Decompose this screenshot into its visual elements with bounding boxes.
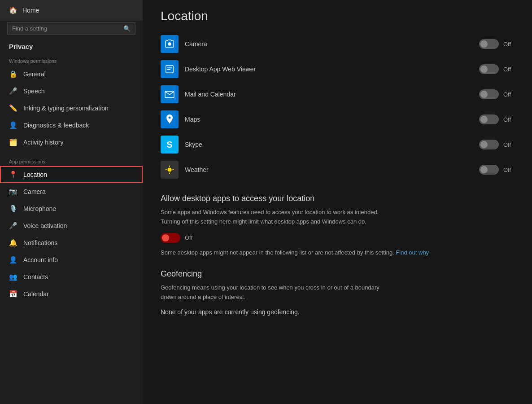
app-name-mail: Mail and Calendar: [185, 91, 473, 98]
page-title: Location: [161, 9, 514, 23]
toggle-container-weather: Off: [479, 165, 514, 175]
toggle-label-camera: Off: [503, 41, 514, 48]
toggle-container-camera: Off: [479, 39, 514, 49]
sidebar-item-diagnostics[interactable]: 👤 Diagnostics & feedback: [0, 117, 143, 134]
app-item-skype: S Skype Off: [161, 133, 514, 156]
calendar-icon: 📅: [9, 290, 17, 298]
notifications-icon: 🔔: [9, 239, 17, 247]
allow-desktop-toggle[interactable]: [161, 233, 180, 243]
app-item-weather: Weather Off: [161, 158, 514, 181]
voice-icon: 🎤: [9, 222, 17, 230]
allow-desktop-title: Allow desktop apps to access your locati…: [161, 194, 514, 203]
allow-desktop-toggle-label: Off: [185, 234, 196, 241]
app-icon-camera: [161, 35, 179, 53]
toggle-maps[interactable]: [479, 114, 499, 124]
lock-icon: 🔒: [9, 70, 17, 78]
activity-icon: 🗂️: [9, 138, 17, 146]
sidebar-item-inking[interactable]: ✏️ Inking & typing personalization: [0, 100, 143, 117]
toggle-label-weather: Off: [503, 167, 514, 173]
toggle-label-skype: Off: [503, 141, 514, 148]
app-icon-weather: [161, 161, 179, 179]
app-list: Camera Off Desktop App Web Viewer Off Ma…: [161, 32, 514, 181]
find-out-why-link[interactable]: Find out why: [396, 249, 429, 256]
home-label: Home: [22, 7, 39, 14]
app-icon-maps: [161, 110, 179, 128]
toggle-mail[interactable]: [479, 89, 499, 99]
sidebar-item-label: Notifications: [23, 239, 57, 246]
svg-point-0: [168, 42, 171, 45]
app-name-maps: Maps: [185, 116, 473, 123]
desktop-note-text: Some desktop apps might not appear in th…: [161, 249, 394, 256]
toggle-skype[interactable]: [479, 140, 499, 149]
app-item-desktop-web: Desktop App Web Viewer Off: [161, 57, 514, 81]
toggle-label-desktop-web: Off: [503, 66, 514, 73]
toggle-container-mail: Off: [479, 89, 514, 99]
home-icon: 🏠: [9, 6, 17, 14]
toggle-label-maps: Off: [503, 116, 514, 123]
toggle-container-skype: Off: [479, 140, 514, 149]
sidebar-home[interactable]: 🏠 Home: [0, 0, 143, 21]
app-name-desktop-web: Desktop App Web Viewer: [185, 66, 473, 73]
sidebar-item-label: Location: [23, 171, 47, 178]
app-icon-mail: [161, 85, 179, 103]
windows-permissions-header: Windows permissions: [0, 55, 143, 66]
sidebar-item-calendar[interactable]: 📅 Calendar: [0, 285, 143, 303]
account-icon: 👤: [9, 256, 17, 264]
geofencing-desc: Geofencing means using your location to …: [161, 283, 385, 302]
camera-icon: 📷: [9, 188, 17, 196]
search-icon: 🔍: [123, 25, 131, 32]
svg-rect-3: [167, 69, 170, 70]
app-item-mail: Mail and Calendar Off: [161, 83, 514, 106]
sidebar-item-microphone[interactable]: 🎙️ Microphone: [0, 200, 143, 217]
sidebar-item-label: Account info: [23, 256, 58, 263]
app-name-weather: Weather: [185, 166, 473, 173]
sidebar-item-label: Inking & typing personalization: [23, 105, 109, 112]
sidebar-item-label: Diagnostics & feedback: [23, 122, 89, 129]
app-item-camera: Camera Off: [161, 32, 514, 56]
svg-point-6: [167, 167, 171, 171]
allow-desktop-toggle-container: Off: [161, 233, 514, 243]
privacy-title: Privacy: [0, 40, 143, 55]
search-box: 🔍: [7, 22, 135, 35]
sidebar-item-location[interactable]: 📍 Location: [0, 166, 143, 183]
sidebar-item-label: Speech: [23, 88, 44, 95]
sidebar-item-voice[interactable]: 🎤 Voice activation: [0, 217, 143, 234]
desktop-note: Some desktop apps might not appear in th…: [161, 248, 514, 257]
inking-icon: ✏️: [9, 104, 17, 112]
sidebar-item-contacts[interactable]: 👥 Contacts: [0, 268, 143, 285]
app-item-maps: Maps Off: [161, 108, 514, 131]
toggle-weather[interactable]: [479, 165, 499, 175]
toggle-camera[interactable]: [479, 39, 499, 49]
sidebar-item-label: Microphone: [23, 205, 56, 212]
svg-rect-2: [167, 67, 172, 68]
app-icon-skype: S: [161, 136, 179, 154]
sidebar-item-label: Camera: [23, 188, 46, 195]
sidebar-item-label: General: [23, 70, 46, 78]
app-icon-desktop-web: [161, 60, 179, 78]
sidebar-item-notifications[interactable]: 🔔 Notifications: [0, 234, 143, 251]
geofencing-empty-text: None of your apps are currently using ge…: [161, 308, 514, 316]
sidebar-item-account[interactable]: 👤 Account info: [0, 251, 143, 268]
sidebar-item-label: Activity history: [23, 139, 63, 146]
search-input[interactable]: [12, 25, 120, 32]
toggle-desktop-web[interactable]: [479, 64, 499, 74]
app-permissions-header: App permissions: [0, 155, 143, 166]
main-content: Location Camera Off Desktop App Web View…: [143, 0, 532, 404]
sidebar-item-label: Calendar: [23, 290, 49, 298]
speech-icon: 🎤: [9, 87, 17, 95]
svg-point-5: [169, 117, 171, 119]
sidebar-item-activity[interactable]: 🗂️ Activity history: [0, 134, 143, 151]
geofencing-title: Geofencing: [161, 269, 514, 279]
location-icon: 📍: [9, 171, 17, 179]
sidebar-item-label: Contacts: [23, 273, 48, 281]
toggle-container-maps: Off: [479, 114, 514, 124]
toggle-container-desktop-web: Off: [479, 64, 514, 74]
allow-desktop-desc: Some apps and Windows features need to a…: [161, 208, 385, 227]
sidebar-item-label: Voice activation: [23, 222, 67, 229]
sidebar-item-speech[interactable]: 🎤 Speech: [0, 83, 143, 100]
toggle-label-mail: Off: [503, 91, 514, 98]
app-name-camera: Camera: [185, 40, 473, 48]
app-name-skype: Skype: [185, 141, 473, 148]
sidebar-item-general[interactable]: 🔒 General: [0, 66, 143, 83]
sidebar-item-camera[interactable]: 📷 Camera: [0, 183, 143, 200]
